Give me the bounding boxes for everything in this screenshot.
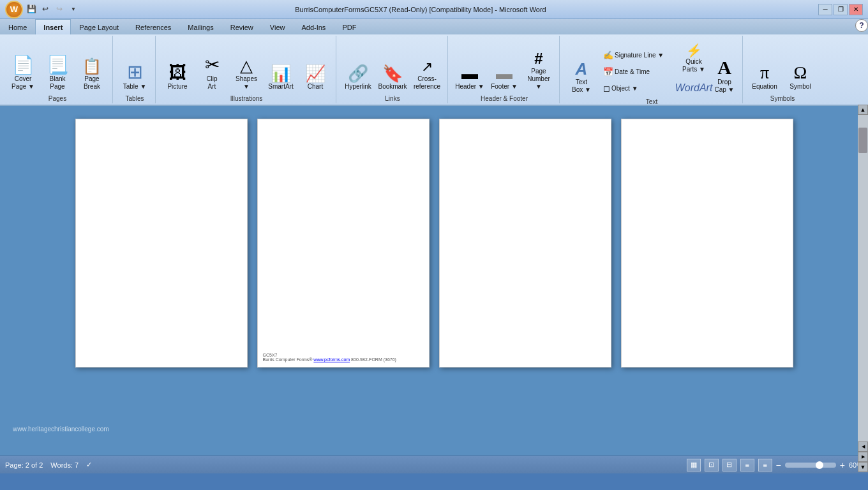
drop-cap-icon: A — [717, 58, 731, 77]
print-layout-view-btn[interactable]: ▦ — [687, 459, 701, 471]
signature-line-icon: ✍ — [603, 50, 613, 60]
signature-line-button[interactable]: ✍ Signature Line ▼ — [601, 47, 677, 63]
zoom-thumb[interactable] — [816, 461, 823, 469]
bookmark-icon: 🔖 — [382, 65, 403, 82]
links-group-items: 🔗 Hyperlink 🔖 Bookmark ↗ Cross-reference — [341, 37, 444, 94]
text-box-button[interactable]: A TextBox ▼ — [565, 43, 598, 96]
clip-art-icon: ✂ — [205, 56, 220, 74]
page-2-footer: GC5X7 Burris Computer Forms® www.pcforms… — [263, 353, 424, 362]
shapes-icon: △ — [240, 57, 253, 74]
cover-page-button[interactable]: 📄 CoverPage ▼ — [6, 40, 40, 93]
tab-insert[interactable]: Insert — [35, 19, 71, 34]
chart-icon: 📈 — [305, 65, 326, 82]
picture-button[interactable]: 🖼 Picture — [161, 40, 194, 93]
restore-btn[interactable]: ❐ — [834, 4, 848, 15]
hyperlink-icon: 🔗 — [348, 65, 368, 82]
table-icon: ⊞ — [127, 63, 143, 82]
shapes-label: Shapes ▼ — [232, 75, 261, 91]
scroll-track[interactable] — [858, 115, 868, 442]
object-icon: ◻ — [603, 84, 610, 93]
date-time-button[interactable]: 📅 Date & Time — [601, 64, 677, 79]
quick-parts-button[interactable]: ⚡ QuickParts ▼ — [680, 37, 708, 75]
page-number-button[interactable]: # PageNumber ▼ — [522, 40, 555, 93]
table-button[interactable]: ⊞ Table ▼ — [118, 40, 151, 93]
save-quick-btn[interactable]: 💾 — [26, 3, 37, 15]
close-btn[interactable]: ✕ — [849, 4, 863, 15]
tab-review[interactable]: Review — [222, 19, 262, 34]
zoom-slider[interactable] — [785, 463, 836, 468]
tab-references[interactable]: References — [127, 19, 179, 34]
equation-button[interactable]: π Equation — [748, 40, 781, 93]
footer-icon: ▬ — [496, 65, 513, 82]
text-group-label: Text — [565, 98, 738, 105]
minimize-btn[interactable]: ─ — [818, 4, 832, 15]
tab-addins[interactable]: Add-Ins — [293, 19, 334, 34]
smartart-button[interactable]: 📊 SmartArt — [264, 40, 297, 93]
tab-view[interactable]: View — [262, 19, 294, 34]
qa-dropdown-btn[interactable]: ▼ — [68, 3, 79, 15]
cross-reference-button[interactable]: ↗ Cross-reference — [410, 40, 444, 93]
full-reading-view-btn[interactable]: ⊡ — [705, 459, 719, 471]
page-number-label: PageNumber ▼ — [524, 68, 553, 91]
scroll-thumb[interactable] — [858, 128, 867, 153]
header-footer-group-items: ▬ Header ▼ ▬ Footer ▼ # PageNumber ▼ — [453, 37, 555, 94]
wordart-button[interactable]: WordArt — [680, 77, 708, 96]
office-button[interactable]: W — [5, 1, 23, 19]
shapes-button[interactable]: △ Shapes ▼ — [230, 40, 263, 93]
header-button[interactable]: ▬ Header ▼ — [453, 40, 486, 93]
spell-check-icon[interactable]: ✓ — [86, 461, 92, 469]
outline-view-btn[interactable]: ≡ — [740, 459, 754, 471]
scroll-page-down-btn[interactable]: ▶ — [858, 452, 868, 456]
web-layout-view-btn[interactable]: ⊟ — [722, 459, 737, 471]
blank-page-button[interactable]: 📃 BlankPage — [41, 40, 74, 93]
ribbon-group-pages: 📄 CoverPage ▼ 📃 BlankPage 📋 PageBreak Pa… — [3, 36, 113, 103]
zoom-minus-btn[interactable]: − — [776, 460, 781, 470]
redo-quick-btn[interactable]: ↪ — [54, 3, 65, 15]
document-area: GC5X7 Burris Computer Forms® www.pcforms… — [0, 106, 868, 456]
page-4 — [621, 119, 793, 368]
tab-home[interactable]: Home — [0, 19, 35, 34]
clip-art-button[interactable]: ✂ ClipArt — [195, 40, 228, 93]
window-controls: ─ ❐ ✕ — [818, 4, 863, 15]
quick-parts-label: QuickParts ▼ — [682, 58, 705, 73]
bookmark-label: Bookmark — [378, 83, 407, 91]
drop-cap-button[interactable]: A DropCap ▼ — [710, 43, 738, 96]
hyperlink-label: Hyperlink — [345, 83, 371, 91]
table-label: Table ▼ — [123, 83, 147, 91]
cover-page-icon: 📄 — [12, 56, 34, 74]
bookmark-button[interactable]: 🔖 Bookmark — [376, 40, 409, 93]
title-bar-left: W 💾 ↩ ↪ ▼ — [5, 1, 23, 19]
picture-icon: 🖼 — [168, 64, 186, 82]
object-button[interactable]: ◻ Object ▼ — [601, 80, 677, 96]
tab-mailings[interactable]: Mailings — [179, 19, 221, 34]
window-title: BurrisComputerFormsGC5X7 (Read-Only) [Co… — [23, 6, 818, 13]
scroll-page-up-btn[interactable]: ◀ — [858, 442, 868, 452]
tab-pdf[interactable]: PDF — [334, 19, 364, 34]
pages-container: GC5X7 Burris Computer Forms® www.pcforms… — [75, 119, 793, 368]
page-1 — [75, 119, 248, 368]
footer-button[interactable]: ▬ Footer ▼ — [488, 40, 521, 93]
page-break-button[interactable]: 📋 PageBreak — [75, 40, 108, 93]
scroll-up-btn[interactable]: ▲ — [858, 106, 868, 115]
zoom-plus-btn[interactable]: + — [840, 460, 845, 470]
footer-brand: Burris Computer Forms® — [263, 357, 314, 362]
tables-group-items: ⊞ Table ▼ — [118, 37, 151, 94]
pages-group-label: Pages — [6, 95, 108, 102]
tab-page-layout[interactable]: Page Layout — [71, 19, 127, 34]
ribbon-group-illustrations: 🖼 Picture ✂ ClipArt △ Shapes ▼ 📊 SmartAr… — [157, 36, 336, 103]
symbol-button[interactable]: Ω Symbol — [784, 40, 817, 93]
chart-button[interactable]: 📈 Chart — [299, 40, 332, 93]
illustrations-group-items: 🖼 Picture ✂ ClipArt △ Shapes ▼ 📊 SmartAr… — [161, 37, 332, 94]
cross-reference-icon: ↗ — [421, 60, 433, 74]
help-button[interactable]: ? — [855, 19, 868, 32]
page-2: GC5X7 Burris Computer Forms® www.pcforms… — [257, 119, 430, 368]
page-3 — [439, 119, 611, 368]
symbols-group-items: π Equation Ω Symbol — [748, 37, 817, 94]
quick-access-toolbar: 💾 ↩ ↪ ▼ — [26, 3, 79, 15]
undo-quick-btn[interactable]: ↩ — [40, 3, 51, 15]
hyperlink-button[interactable]: 🔗 Hyperlink — [341, 40, 375, 93]
footer-phone: 800-982-FORM (3676) — [351, 357, 396, 362]
chart-label: Chart — [308, 83, 323, 91]
draft-view-btn[interactable]: ≡ — [758, 459, 772, 471]
signature-line-label: Signature Line ▼ — [615, 52, 664, 59]
